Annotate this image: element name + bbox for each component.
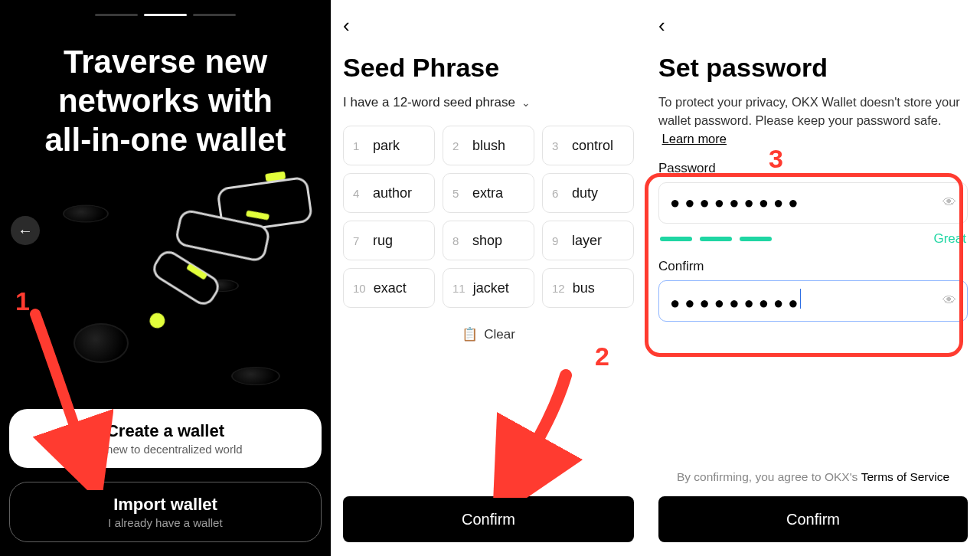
onboarding-title: Traverse new networks with all-in-one wa… [9,42,322,160]
seed-word: control [572,138,613,154]
coin-icon [74,323,129,363]
hero-illustration [9,168,322,409]
onboarding-panel: Traverse new networks with all-in-one wa… [0,0,331,556]
seed-word: author [373,185,412,201]
seed-word-cell[interactable]: 4author [343,173,435,213]
seed-word-cell[interactable]: 7rug [343,221,435,260]
chevron-left-icon: ‹ [658,14,665,37]
title-line-2: networks with [58,83,273,119]
import-wallet-button[interactable]: Import wallet I already have a wallet [9,482,322,542]
seed-word-cell[interactable]: 5extra [443,173,534,213]
create-wallet-button[interactable]: Create a wallet I'm new to decentralized… [9,409,322,468]
confirm-button-label: Confirm [786,511,840,528]
seed-index: 8 [452,234,465,247]
progress-seg-2 [144,14,187,16]
tos-line: By confirming, you agree to OKX's Terms … [658,470,968,484]
seed-word-cell[interactable]: 1park [343,126,435,165]
tos-prefix: By confirming, you agree to OKX's [677,470,861,483]
seed-word: duty [572,185,598,201]
set-password-panel: ‹ Set password To protect your privacy, … [646,0,980,556]
clear-label: Clear [484,327,515,342]
seed-index: 6 [552,187,564,200]
seed-word-cell[interactable]: 8shop [443,221,534,260]
seed-index: 2 [452,139,465,152]
seed-length-label: I have a 12-word seed phrase [343,95,515,110]
seed-word: shop [472,233,502,249]
chevron-left-icon: ‹ [343,14,350,37]
progress-seg-1 [95,14,138,16]
seed-index: 12 [552,282,565,295]
title-line-1: Traverse new [64,44,267,80]
chevron-down-icon: ⌄ [521,96,531,109]
seed-length-selector[interactable]: I have a 12-word seed phrase ⌄ [343,95,634,110]
create-wallet-sub: I'm new to decentralized world [18,443,312,456]
seed-phrase-title: Seed Phrase [343,53,634,83]
progress-indicator [9,14,322,16]
tos-link[interactable]: Terms of Service [861,470,949,483]
desc-text: To protect your privacy, OKX Wallet does… [658,95,960,127]
seed-word-cell[interactable]: 10exact [343,268,435,308]
seed-index: 3 [552,139,564,152]
seed-word: extra [472,185,503,201]
seed-index: 1 [353,139,365,152]
seed-index: 5 [452,187,465,200]
seed-word-cell[interactable]: 11jacket [443,268,534,308]
seed-index: 10 [353,282,366,295]
clear-button[interactable]: 📋 Clear [343,326,634,342]
annotation-highlight-box [645,173,963,357]
confirm-label: Confirm [462,511,515,528]
seed-index: 11 [452,282,466,295]
import-wallet-sub: I already have a wallet [19,516,312,529]
confirm-seed-button[interactable]: Confirm [343,496,634,542]
seed-word: blush [472,138,505,154]
set-password-description: To protect your privacy, OKX Wallet does… [658,93,968,149]
seed-phrase-grid: 1park2blush3control4author5extra6duty7ru… [343,126,634,308]
back-button[interactable]: ‹ [658,14,683,38]
seed-word: bus [573,280,595,296]
set-password-title: Set password [658,53,968,83]
seed-word: layer [572,233,602,249]
seed-word-cell[interactable]: 2blush [443,126,534,165]
coin-icon [63,204,109,222]
seed-word: jacket [473,280,509,296]
coin-icon [231,367,280,385]
clipboard-icon: 📋 [462,326,478,342]
seed-index: 9 [552,234,564,247]
seed-word: park [373,138,400,154]
seed-word: rug [373,233,393,249]
seed-word-cell[interactable]: 9layer [542,221,634,260]
confirm-password-button[interactable]: Confirm [658,496,968,542]
seed-word-cell[interactable]: 12bus [542,268,634,308]
robot-finger-illustration [108,160,325,324]
seed-word-cell[interactable]: 6duty [542,173,634,213]
progress-seg-3 [193,14,236,16]
create-wallet-label: Create a wallet [18,421,312,441]
seed-phrase-panel: ‹ Seed Phrase I have a 12-word seed phra… [331,0,646,556]
seed-word-cell[interactable]: 3control [542,126,634,165]
learn-more-link[interactable]: Learn more [662,132,727,146]
title-line-3: all-in-one wallet [44,122,286,158]
seed-word: exact [374,280,407,296]
back-button[interactable]: ‹ [343,14,368,38]
import-wallet-label: Import wallet [19,495,312,515]
seed-index: 4 [353,187,365,200]
seed-index: 7 [353,234,365,247]
